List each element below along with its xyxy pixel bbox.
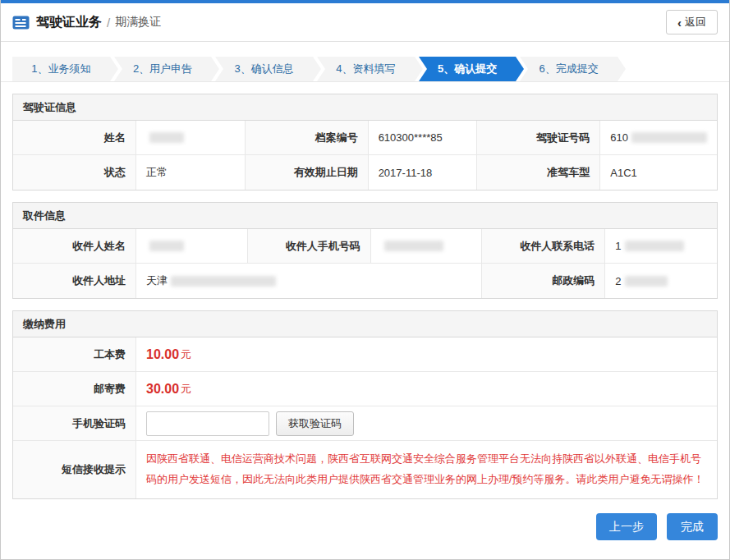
previous-step-button[interactable]: 上一步 [596,513,657,540]
vehicle-class-label: 准驾车型 [477,155,600,190]
recipient-name-value [136,229,248,264]
page-title: 驾驶证业务 [36,14,102,31]
postage-fee-unit: 元 [181,382,191,397]
fees-section-title: 缴纳费用 [13,311,717,337]
status-value: 正常 [136,155,246,190]
step-label: 6、完成提交 [539,62,599,75]
postcode-label: 邮政编码 [482,264,605,298]
step-label: 4、资料填写 [336,62,395,75]
postcode-prefix: 2 [615,275,621,287]
file-number-value: 610300****85 [369,121,478,155]
expiry-date-value: 2017-11-18 [369,155,478,190]
redacted-value [384,241,443,251]
pickup-info-section-title: 取件信息 [13,203,717,229]
license-info-section-title: 驾驶证信息 [13,94,717,121]
recipient-address-label: 收件人地址 [13,264,136,298]
redacted-value [149,132,184,143]
step-2-declaration[interactable]: 2、用户申告 [114,57,212,81]
step-label: 3、确认信息 [235,62,294,75]
redacted-value [625,276,668,287]
production-fee-amount: 10.00 [146,347,179,362]
back-button[interactable]: ‹ 返回 [666,10,718,34]
postage-fee-amount: 30.00 [146,382,179,397]
redacted-value [625,241,684,251]
header-title-group: 驾驶证业务 / 期满换证 [12,14,161,31]
back-button-label: 返回 [685,15,706,30]
step-3-confirm-info[interactable]: 3、确认信息 [215,57,313,81]
pickup-info-section: 取件信息 收件人姓名 收件人手机号码 收件人联系电话 1 收件人地址 天津 邮政… [12,202,718,299]
recipient-mobile-label: 收件人手机号码 [248,229,371,264]
sms-code-input[interactable] [146,411,269,436]
production-fee-label: 工本费 [13,337,136,372]
file-number-label: 档案编号 [246,121,369,155]
page: 驾驶证业务 / 期满换证 ‹ 返回 1、业务须知 2、用户申告 3、确认信息 4… [0,0,730,560]
step-label: 2、用户申告 [133,62,192,75]
recipient-phone-label: 收件人联系电话 [482,229,605,264]
recipient-mobile-value [371,229,483,264]
header: 驾驶证业务 / 期满换证 ‹ 返回 [1,3,729,42]
license-info-section: 驾驶证信息 姓名 档案编号 610300****85 驾驶证号码 610 状态 … [12,94,718,190]
step-label: 1、业务须知 [31,62,90,75]
chevron-left-icon: ‹ [677,16,682,29]
step-5-confirm-submit[interactable]: 5、确认提交 [419,57,517,81]
steps-bar: 1、业务须知 2、用户申告 3、确认信息 4、资料填写 5、确认提交 6、完成提… [1,42,729,82]
step-label: 5、确认提交 [438,62,497,75]
recipient-address-value: 天津 [136,264,482,298]
page-subtitle: 期满换证 [115,15,161,30]
redacted-value [171,276,276,287]
recipient-address-prefix: 天津 [146,273,168,288]
step-4-fill-data[interactable]: 4、资料填写 [317,57,415,81]
license-number-value: 610 [600,121,717,155]
step-6-complete-submit[interactable]: 6、完成提交 [520,57,618,81]
license-card-icon [12,16,30,30]
production-fee-value: 10.00 元 [136,337,717,372]
redacted-value [149,241,184,251]
postcode-value: 2 [605,264,717,298]
get-sms-code-button[interactable]: 获取验证码 [276,411,354,436]
sms-notice-label: 短信接收提示 [13,441,136,498]
expiry-date-label: 有效期止日期 [246,155,369,190]
recipient-phone-value: 1 [605,229,717,264]
step-1-notice[interactable]: 1、业务须知 [12,57,110,81]
recipient-phone-prefix: 1 [615,240,621,252]
sms-notice-cell: 因陕西省联通、电信运营商技术问题，陕西省互联网交通安全综合服务管理平台无法向持陕… [136,441,717,498]
sms-notice-text: 因陕西省联通、电信运营商技术问题，陕西省互联网交通安全综合服务管理平台无法向持陕… [136,441,717,498]
postage-fee-label: 邮寄费 [13,372,136,406]
vehicle-class-value: A1C1 [600,155,717,190]
license-number-label: 驾驶证号码 [477,121,600,155]
production-fee-unit: 元 [181,347,191,362]
name-label: 姓名 [13,121,136,155]
sms-code-row: 获取验证码 [136,406,717,441]
fees-section: 缴纳费用 工本费 10.00 元 邮寄费 30.00 元 手机验证码 获取验证码… [12,310,718,499]
redacted-value [631,132,707,143]
sms-code-label: 手机验证码 [13,406,136,441]
license-number-prefix: 610 [610,131,628,144]
footer-actions: 上一步 完成 [1,499,729,554]
postage-fee-value: 30.00 元 [136,372,717,406]
title-separator: / [107,16,110,30]
status-label: 状态 [13,155,136,190]
finish-button[interactable]: 完成 [667,513,718,540]
name-value [136,121,246,155]
recipient-name-label: 收件人姓名 [13,229,136,264]
